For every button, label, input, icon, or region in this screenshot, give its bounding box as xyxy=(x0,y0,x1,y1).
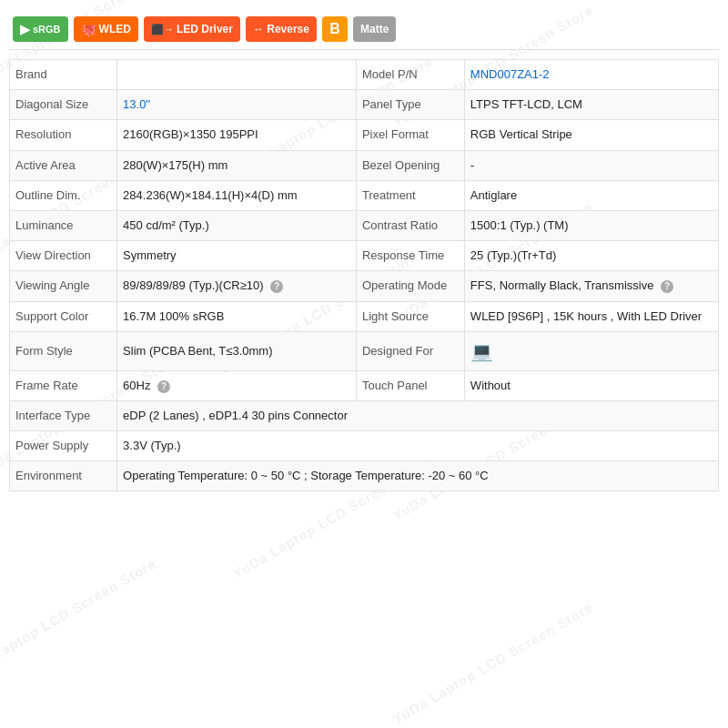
table-row: Outline Dim. 284.236(W)×184.11(H)×4(D) m… xyxy=(10,180,719,210)
table-row: Brand Model P/N MND007ZA1-2 xyxy=(10,60,719,90)
label-brand: Brand xyxy=(10,60,117,90)
table-row: Resolution 2160(RGB)×1350 195PPI Pixel F… xyxy=(10,120,719,150)
value-treatment: Antiglare xyxy=(464,180,718,210)
table-row: Form Style Slim (PCBA Bent, T≤3.0mm) Des… xyxy=(10,331,719,370)
value-light-source: WLED [9S6P] , 15K hours , With LED Drive… xyxy=(464,301,718,331)
help-icon-frame-rate[interactable]: ? xyxy=(157,380,170,393)
specs-table: Brand Model P/N MND007ZA1-2 Diagonal Siz… xyxy=(9,59,719,491)
value-bezel-opening: - xyxy=(464,150,718,180)
label-power-supply: Power Supply xyxy=(10,431,117,461)
value-viewing-angle: 89/89/89/89 (Typ.)(CR≥10) ? xyxy=(117,271,357,301)
badge-reverse: ↔ Reverse xyxy=(246,16,317,42)
value-model-pn: MND007ZA1-2 xyxy=(464,60,718,90)
value-operating-mode: FFS, Normally Black, Transmissive ? xyxy=(464,271,718,301)
label-form-style: Form Style xyxy=(10,331,117,370)
help-icon-operating-mode[interactable]: ? xyxy=(661,280,673,293)
label-touch-panel: Touch Panel xyxy=(356,370,464,400)
main-content: ▶ sRGB 🐙 WLED ⬛→ LED Driver ↔ Reverse B … xyxy=(0,0,728,491)
table-row: Power Supply 3.3V (Typ.) xyxy=(10,431,719,461)
value-contrast-ratio: 1500:1 (Typ.) (TM) xyxy=(464,210,718,240)
value-designed-for: 💻 xyxy=(464,331,718,370)
table-row: Luminance 450 cd/m² (Typ.) Contrast Rati… xyxy=(10,210,719,240)
table-row: Environment Operating Temperature: 0 ~ 5… xyxy=(10,461,719,491)
value-interface-type: eDP (2 Lanes) , eDP1.4 30 pins Connector xyxy=(117,400,719,430)
label-model-pn: Model P/N xyxy=(356,60,464,90)
value-luminance: 450 cd/m² (Typ.) xyxy=(117,210,357,240)
value-pixel-format: RGB Vertical Stripe xyxy=(464,120,718,150)
value-panel-type: LTPS TFT-LCD, LCM xyxy=(464,90,718,120)
label-light-source: Light Source xyxy=(356,301,464,331)
badge-matte: Matte xyxy=(353,16,396,42)
table-row: Interface Type eDP (2 Lanes) , eDP1.4 30… xyxy=(10,400,719,430)
label-frame-rate: Frame Rate xyxy=(10,370,117,400)
value-touch-panel: Without xyxy=(464,370,718,400)
label-view-direction: View Direction xyxy=(10,241,117,271)
value-form-style: Slim (PCBA Bent, T≤3.0mm) xyxy=(117,331,357,370)
label-response-time: Response Time xyxy=(356,241,464,271)
label-diagonal: Diagonal Size xyxy=(10,90,117,120)
value-response-time: 25 (Typ.)(Tr+Td) xyxy=(464,241,718,271)
value-environment: Operating Temperature: 0 ~ 50 °C ; Stora… xyxy=(117,461,719,491)
laptop-icon: 💻 xyxy=(470,339,493,364)
table-row: Active Area 280(W)×175(H) mm Bezel Openi… xyxy=(10,150,719,180)
label-luminance: Luminance xyxy=(10,210,117,240)
value-brand xyxy=(117,60,357,90)
value-diagonal: 13.0" xyxy=(117,90,357,120)
label-treatment: Treatment xyxy=(356,180,464,210)
label-environment: Environment xyxy=(10,461,117,491)
badge-b: B xyxy=(322,16,348,42)
badge-wled: 🐙 WLED xyxy=(74,16,138,42)
label-designed-for: Designed For xyxy=(356,331,464,370)
table-row: Viewing Angle 89/89/89/89 (Typ.)(CR≥10) … xyxy=(10,271,719,301)
table-row: Support Color 16.7M 100% sRGB Light Sour… xyxy=(10,301,719,331)
label-viewing-angle: Viewing Angle xyxy=(10,271,117,301)
help-icon-viewing-angle[interactable]: ? xyxy=(270,280,283,293)
label-interface-type: Interface Type xyxy=(10,400,117,430)
label-active-area: Active Area xyxy=(10,150,117,180)
label-outline-dim: Outline Dim. xyxy=(10,180,117,210)
label-contrast-ratio: Contrast Ratio xyxy=(356,210,464,240)
value-frame-rate: 60Hz ? xyxy=(117,370,357,400)
badge-srgb: ▶ sRGB xyxy=(13,16,68,42)
value-view-direction: Symmetry xyxy=(117,241,357,271)
label-pixel-format: Pixel Format xyxy=(356,120,464,150)
label-support-color: Support Color xyxy=(10,301,117,331)
table-row: Frame Rate 60Hz ? Touch Panel Without xyxy=(10,370,719,400)
badge-row: ▶ sRGB 🐙 WLED ⬛→ LED Driver ↔ Reverse B … xyxy=(9,9,719,50)
value-outline-dim: 284.236(W)×184.11(H)×4(D) mm xyxy=(117,180,357,210)
table-row: Diagonal Size 13.0" Panel Type LTPS TFT-… xyxy=(10,90,719,120)
badge-led-driver: ⬛→ LED Driver xyxy=(144,16,240,42)
label-resolution: Resolution xyxy=(10,120,117,150)
table-row: View Direction Symmetry Response Time 25… xyxy=(10,241,719,271)
value-power-supply: 3.3V (Typ.) xyxy=(117,431,719,461)
value-active-area: 280(W)×175(H) mm xyxy=(117,150,357,180)
label-panel-type: Panel Type xyxy=(356,90,464,120)
label-operating-mode: Operating Mode xyxy=(356,271,464,301)
value-resolution: 2160(RGB)×1350 195PPI xyxy=(117,120,357,150)
value-support-color: 16.7M 100% sRGB xyxy=(117,301,357,331)
label-bezel-opening: Bezel Opening xyxy=(356,150,464,180)
